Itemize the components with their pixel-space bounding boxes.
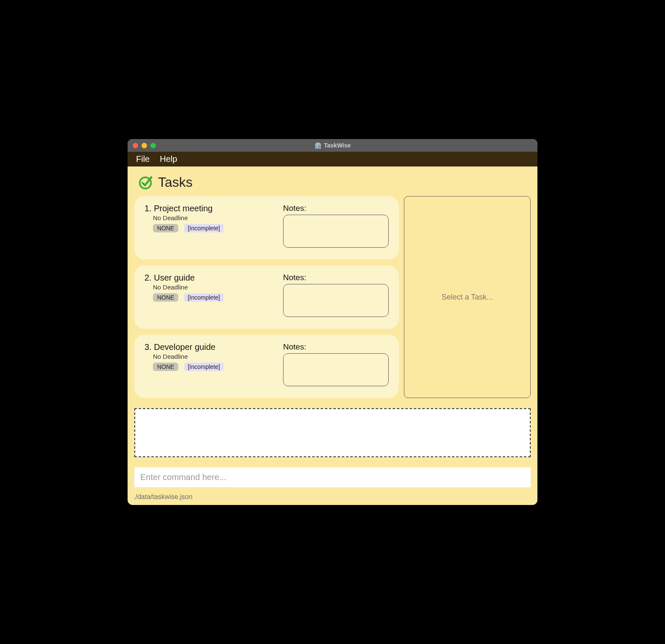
main-area: 1. Project meeting No Deadline NONE [Inc…: [134, 196, 531, 398]
page-header: Tasks: [134, 174, 531, 190]
task-info: 2. User guide No Deadline NONE [Incomple…: [144, 273, 275, 317]
task-deadline: No Deadline: [153, 214, 275, 221]
status-badge: [Incomplete]: [184, 363, 223, 371]
task-badges: NONE [Incomplete]: [153, 293, 275, 302]
task-deadline: No Deadline: [153, 284, 275, 291]
task-badges: NONE [Incomplete]: [153, 224, 275, 232]
status-badge: [Incomplete]: [184, 224, 223, 232]
priority-badge: NONE: [153, 224, 178, 232]
output-area: [134, 408, 531, 457]
command-input[interactable]: [134, 467, 531, 487]
close-window-button[interactable]: [133, 143, 138, 148]
detail-placeholder: Select a Task...: [442, 293, 493, 302]
app-icon: 🏛️: [314, 142, 322, 149]
checkmark-icon: [138, 174, 154, 190]
task-title: 2. User guide: [144, 273, 275, 283]
notes-label: Notes:: [283, 204, 389, 213]
titlebar: 🏛️ TaskWise: [128, 139, 537, 152]
notes-box[interactable]: [283, 284, 389, 317]
content-area: Tasks 1. Project meeting No Deadline NON…: [128, 166, 537, 491]
task-notes: Notes:: [283, 273, 389, 317]
window-title: 🏛️ TaskWise: [314, 142, 351, 149]
task-card[interactable]: 3. Developer guide No Deadline NONE [Inc…: [134, 335, 399, 398]
traffic-lights: [133, 143, 156, 148]
maximize-window-button[interactable]: [150, 143, 156, 148]
task-index: 2.: [144, 273, 152, 282]
task-badges: NONE [Incomplete]: [153, 363, 275, 371]
window-title-text: TaskWise: [324, 142, 351, 149]
notes-label: Notes:: [283, 342, 389, 352]
task-index: 3.: [144, 342, 152, 352]
statusbar: ./data/taskwise.json: [128, 491, 537, 505]
priority-badge: NONE: [153, 293, 178, 302]
task-name: User guide: [154, 273, 195, 282]
menu-help[interactable]: Help: [160, 154, 177, 164]
task-card[interactable]: 2. User guide No Deadline NONE [Incomple…: [134, 265, 399, 329]
task-detail-panel: Select a Task...: [404, 196, 531, 398]
task-name: Project meeting: [154, 204, 213, 213]
task-info: 1. Project meeting No Deadline NONE [Inc…: [144, 204, 275, 248]
notes-box[interactable]: [283, 215, 389, 248]
task-notes: Notes:: [283, 204, 389, 248]
task-info: 3. Developer guide No Deadline NONE [Inc…: [144, 342, 275, 386]
task-index: 1.: [144, 204, 152, 213]
task-title: 1. Project meeting: [144, 204, 275, 213]
notes-label: Notes:: [283, 273, 389, 282]
task-notes: Notes:: [283, 342, 389, 386]
menubar: File Help: [128, 152, 537, 166]
task-deadline: No Deadline: [153, 353, 275, 360]
priority-badge: NONE: [153, 363, 178, 371]
tasks-list: 1. Project meeting No Deadline NONE [Inc…: [134, 196, 399, 398]
status-badge: [Incomplete]: [184, 293, 223, 302]
menu-file[interactable]: File: [136, 154, 150, 164]
task-name: Developer guide: [154, 342, 215, 352]
minimize-window-button[interactable]: [142, 143, 147, 148]
task-title: 3. Developer guide: [144, 342, 275, 352]
page-title: Tasks: [158, 175, 193, 190]
status-path: ./data/taskwise.json: [134, 493, 193, 500]
notes-box[interactable]: [283, 353, 389, 386]
task-card[interactable]: 1. Project meeting No Deadline NONE [Inc…: [134, 196, 399, 259]
app-window: 🏛️ TaskWise File Help Tasks 1. Project m…: [128, 139, 537, 505]
